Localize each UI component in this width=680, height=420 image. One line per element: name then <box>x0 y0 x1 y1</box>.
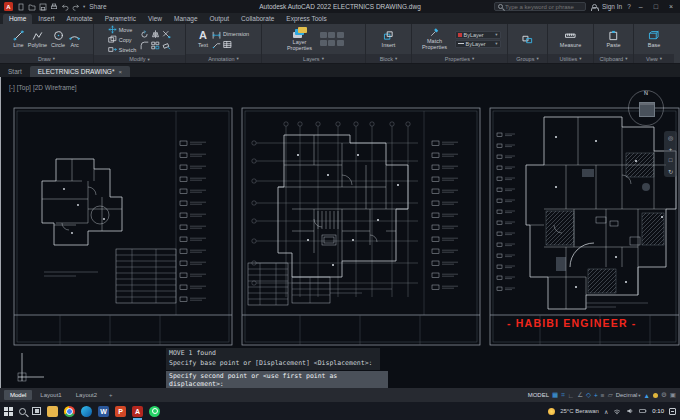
circle-tool[interactable]: Circle <box>51 30 65 48</box>
grid-icon[interactable]: ▦ <box>552 391 558 399</box>
trim-icon[interactable] <box>162 30 171 39</box>
maximize-button[interactable]: □ <box>651 3 661 10</box>
settings-gear-icon[interactable]: ⚙ <box>661 391 667 399</box>
file-tab-drawing[interactable]: ELECTRNICS DRAWING* × <box>30 66 130 77</box>
close-tab-icon[interactable]: × <box>118 69 122 75</box>
word-icon[interactable]: W <box>98 406 109 417</box>
viewcube-compass[interactable]: N <box>628 90 664 126</box>
layer-match-icon[interactable] <box>328 40 335 46</box>
redo-icon[interactable] <box>72 3 80 11</box>
measure-tool[interactable]: Measure <box>560 30 581 48</box>
lineweight-icon[interactable]: ≡ <box>601 392 605 399</box>
tab-parametric[interactable]: Parametric <box>99 14 142 24</box>
weather-widget[interactable]: 25°C Berawan <box>560 408 599 414</box>
panel-title-utilities[interactable]: Utilities▾ <box>548 54 593 63</box>
layer-off-icon[interactable] <box>320 32 327 38</box>
tab-express-tools[interactable]: Express Tools <box>280 14 332 24</box>
otrack-icon[interactable]: + <box>594 392 598 399</box>
copy-tool[interactable]: Copy <box>108 35 136 44</box>
signin-button[interactable]: Sign In <box>602 3 622 10</box>
leader-icon[interactable] <box>212 40 221 49</box>
nav-zoom-icon[interactable]: □ <box>669 157 673 163</box>
polar-icon[interactable]: ∠ <box>577 391 583 399</box>
transparency-icon[interactable]: ▱ <box>608 391 613 399</box>
panel-title-modify[interactable]: Modify▾ <box>94 55 185 63</box>
viewcube[interactable] <box>639 102 655 117</box>
tab-view[interactable]: View <box>142 14 168 24</box>
help-icon[interactable]: ? <box>627 3 631 10</box>
line-tool[interactable]: Line <box>13 30 24 48</box>
open-file-icon[interactable] <box>28 3 36 11</box>
undo-icon[interactable] <box>61 3 69 11</box>
dimension-tool[interactable]: Dimension <box>212 30 249 39</box>
panel-title-layers[interactable]: Layers▾ <box>262 54 365 63</box>
layout-tab-model[interactable]: Model <box>4 390 32 400</box>
clock[interactable]: 0:10 <box>652 408 664 414</box>
isolate-objects-icon[interactable] <box>653 393 658 398</box>
drawing-canvas[interactable]: [-] [Top] [2D Wireframe] <box>0 77 680 388</box>
new-file-icon[interactable] <box>17 3 25 11</box>
erase-icon[interactable] <box>162 41 171 50</box>
visual-style-control[interactable]: [2D Wireframe] <box>33 84 77 91</box>
panel-title-clipboard[interactable]: Clipboard▾ <box>594 54 633 63</box>
polyline-tool[interactable]: Polyline <box>28 30 47 48</box>
file-tab-start[interactable]: Start <box>0 66 30 77</box>
tab-collaborate[interactable]: Collaborate <box>235 14 280 24</box>
tab-annotate[interactable]: Annotate <box>61 14 99 24</box>
osnap-icon[interactable]: ◇ <box>586 391 591 399</box>
layer-isolate-icon[interactable] <box>328 32 335 38</box>
search-input[interactable] <box>505 4 582 10</box>
clean-screen-icon[interactable]: ▣ <box>670 391 676 399</box>
print-icon[interactable] <box>50 3 58 11</box>
nav-orbit-icon[interactable]: ↻ <box>668 168 673 175</box>
volume-icon[interactable] <box>626 407 634 415</box>
panel-title-view[interactable]: View▾ <box>634 54 674 63</box>
viewport-menu-control[interactable]: [-] <box>9 84 15 91</box>
tab-manage[interactable]: Manage <box>168 14 204 24</box>
stretch-tool[interactable]: Stretch <box>108 45 136 54</box>
help-search[interactable] <box>494 2 586 11</box>
text-tool[interactable]: A Text <box>198 30 208 48</box>
move-tool[interactable]: Move <box>108 25 136 34</box>
task-view-icon[interactable] <box>32 407 41 415</box>
taskbar-search-icon[interactable] <box>19 408 26 415</box>
panel-title-groups[interactable]: Groups▾ <box>508 54 547 63</box>
group-icon[interactable] <box>522 34 533 45</box>
tab-output[interactable]: Output <box>204 14 236 24</box>
tab-insert[interactable]: Insert <box>32 14 60 24</box>
save-icon[interactable] <box>39 3 47 11</box>
layer-freeze-icon[interactable] <box>337 32 344 38</box>
wifi-icon[interactable] <box>613 407 621 415</box>
annotation-scale-icon[interactable]: ▲ <box>644 392 650 399</box>
compass-north-label[interactable]: N <box>644 90 648 96</box>
panel-title-annotation[interactable]: Annotation▾ <box>186 54 261 63</box>
layer-walk-icon[interactable] <box>337 40 344 46</box>
ortho-icon[interactable]: ∟ <box>568 392 574 399</box>
layer-properties-tool[interactable]: Layer Properties <box>284 27 316 51</box>
fillet-icon[interactable] <box>140 41 149 50</box>
arc-tool[interactable]: Arc <box>69 30 80 48</box>
chrome-icon[interactable] <box>64 406 75 417</box>
autocad-app-icon[interactable]: A <box>4 2 13 11</box>
layer-lock-icon[interactable] <box>320 40 327 46</box>
mirror-icon[interactable] <box>151 30 160 39</box>
powerpoint-icon[interactable]: P <box>115 406 126 417</box>
lineweight-dropdown[interactable]: ByLayer ▾ <box>455 40 501 48</box>
layout-tab-layout1[interactable]: Layout1 <box>34 390 67 400</box>
tab-home[interactable]: Home <box>3 14 32 24</box>
nav-pan-icon[interactable]: + <box>669 146 673 152</box>
share-button[interactable]: Share <box>89 3 106 10</box>
base-tool[interactable]: Base <box>648 30 661 48</box>
notification-center-icon[interactable] <box>669 408 676 415</box>
panel-title-draw[interactable]: Draw▾ <box>0 54 93 63</box>
layout-tab-layout2[interactable]: Layout2 <box>70 390 103 400</box>
rotate-icon[interactable] <box>140 30 149 39</box>
snap-icon[interactable]: ⌗ <box>561 391 565 399</box>
whatsapp-icon[interactable] <box>149 406 160 417</box>
panel-title-properties[interactable]: Properties▾ <box>412 54 507 63</box>
close-button[interactable]: × <box>666 3 676 10</box>
minimize-button[interactable]: – <box>636 3 646 10</box>
tray-expand-icon[interactable]: ∧ <box>604 408 608 415</box>
object-color-dropdown[interactable]: ByLayer ▾ <box>455 31 501 39</box>
new-layout-button[interactable]: + <box>105 390 117 400</box>
